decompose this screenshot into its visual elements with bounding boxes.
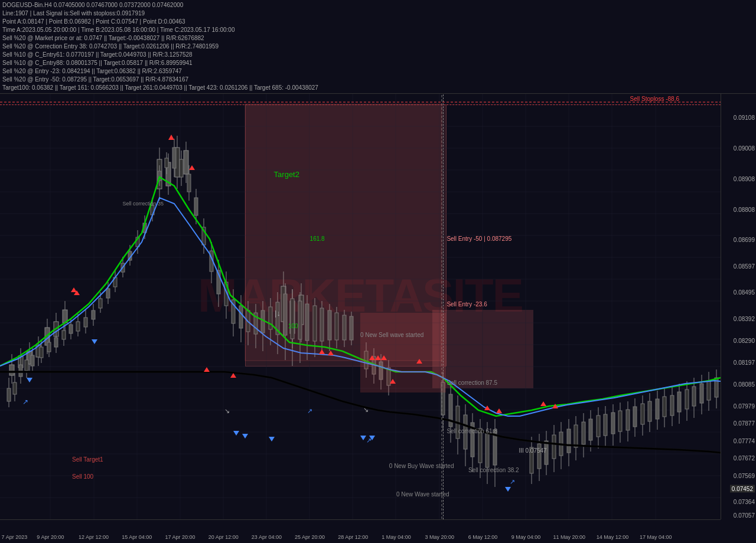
- info-line-7: Sell %10 @ C_Entry61: 0.0770197 || Targe…: [2, 51, 754, 59]
- svg-rect-65: [13, 382, 17, 394]
- svg-rect-73: [40, 347, 43, 358]
- y-label-07057: 0.07057: [734, 512, 755, 518]
- svg-text:↘: ↘: [363, 406, 369, 413]
- x-label-apr17: 17 Apr 20:00: [165, 534, 195, 540]
- svg-rect-231: [707, 381, 711, 400]
- x-label-may1: 1 May 04:00: [382, 534, 411, 540]
- svg-rect-77: [54, 338, 58, 347]
- svg-marker-255: [27, 378, 32, 382]
- y-label-08290: 0.08290: [734, 337, 755, 344]
- chart-area: MARKETASITE: [0, 83, 721, 519]
- y-label-08808: 0.08808: [734, 206, 755, 212]
- svg-rect-189: [552, 435, 556, 459]
- svg-text:↗: ↗: [510, 478, 515, 485]
- price-iii-label: III 0.07547: [519, 447, 546, 454]
- svg-rect-237: [360, 313, 446, 392]
- info-bar: DOGEUSD-Bin.H4 0.07405000 0.07467000 0.0…: [0, 0, 756, 94]
- svg-rect-75: [47, 342, 51, 352]
- svg-text:↗: ↗: [366, 437, 372, 444]
- svg-rect-91: [106, 289, 110, 298]
- info-line-5: Sell %20 @ Market price or at: 0.0747 ||…: [2, 34, 754, 42]
- svg-rect-227: [692, 387, 696, 406]
- x-label-apr28: 28 Apr 12:00: [338, 534, 368, 540]
- x-label-apr9: 9 Apr 20:00: [37, 534, 64, 540]
- sell-correction-618-label: Sell correction 61.8: [447, 428, 497, 434]
- sell-entry-50-label: Sell Entry -50 | 0.087295: [447, 235, 511, 242]
- chart-container: DOGEUSD-Bin.H4 0.07405000 0.07467000 0.0…: [0, 0, 756, 543]
- svg-rect-211: [633, 407, 637, 427]
- svg-rect-67: [19, 365, 22, 377]
- svg-rect-81: [69, 325, 73, 333]
- svg-rect-197: [582, 422, 585, 444]
- svg-rect-109: [172, 148, 176, 168]
- svg-rect-195: [574, 425, 578, 447]
- svg-rect-203: [604, 414, 607, 436]
- info-line-8: Sell %10 @ C_Entry88: 0.08001375 || Targ…: [2, 59, 754, 67]
- svg-marker-254: [189, 165, 195, 170]
- svg-marker-259: [269, 437, 275, 441]
- svg-rect-199: [589, 419, 592, 440]
- y-label-09008: 0.09008: [734, 145, 755, 152]
- svg-rect-229: [700, 384, 703, 403]
- x-label-may11: 11 May 20:00: [553, 534, 586, 540]
- y-label-08085: 0.08085: [734, 381, 755, 387]
- svg-rect-205: [611, 413, 615, 434]
- level-100-label: 100: [288, 323, 298, 329]
- svg-rect-115: [194, 198, 198, 215]
- y-label-08197: 0.08197: [734, 359, 755, 365]
- x-label-may17: 17 May 04:00: [640, 534, 672, 540]
- x-label-may9: 9 May 04:00: [511, 534, 541, 540]
- y-label-08392: 0.08392: [734, 315, 755, 322]
- info-line-3: Point A:0.08147 | Point B:0.06982 | Poin…: [2, 18, 754, 26]
- y-label-08699: 0.08699: [734, 237, 755, 243]
- sell-entry-23-label: Sell Entry -23.6: [447, 301, 487, 308]
- info-line-9: Sell %20 @ Entry -23: 0.0842194 || Targe…: [2, 67, 754, 76]
- svg-rect-107: [165, 158, 168, 168]
- svg-rect-111: [180, 159, 183, 177]
- info-line-2: Line:1907 | Last Signal is:Sell with sto…: [2, 9, 754, 18]
- y-label-07569: 0.07569: [734, 473, 755, 479]
- new-sell-wave-label: 0 New Sell wave started: [360, 332, 423, 338]
- sell-correction-small-label: Sell correction 35: [122, 201, 164, 207]
- sell-stoploss-label: Sell Stoploss -88.6: [630, 96, 679, 102]
- svg-marker-257: [233, 431, 239, 436]
- info-line-6: Sell %20 @ Correction Entry 38: 0.074270…: [2, 42, 754, 51]
- sell-correction-382-label: Sell correction 38.2: [468, 467, 519, 473]
- svg-rect-179: [485, 432, 489, 467]
- x-axis: 7 Apr 2023 9 Apr 20:00 12 Apr 12:00 15 A…: [0, 519, 721, 543]
- svg-rect-223: [677, 392, 681, 412]
- y-label-07462-highlight: 0.07452: [730, 485, 755, 493]
- info-line-11: Target100: 0.06382 || Target 161: 0.0566…: [2, 84, 754, 92]
- svg-rect-79: [62, 331, 66, 339]
- svg-rect-225: [685, 390, 689, 409]
- info-line-10: Sell %20 @ Entry -50: 0.087295 || Target…: [2, 76, 754, 84]
- new-buy-wave-label: 0 New Buy Wave started: [389, 463, 454, 469]
- svg-text:↗: ↗: [307, 407, 312, 414]
- x-label-apr25: 25 Apr 20:00: [295, 534, 325, 540]
- svg-marker-253: [168, 135, 174, 140]
- svg-rect-113: [187, 174, 191, 192]
- y-axis: 0.09179 0.09108 0.09008 0.08908 0.08808 …: [721, 83, 756, 519]
- x-label-apr15: 15 Apr 04:00: [122, 534, 152, 540]
- svg-marker-250: [496, 408, 502, 413]
- svg-rect-219: [663, 397, 666, 417]
- svg-marker-240: [204, 367, 210, 372]
- svg-rect-69: [25, 360, 28, 371]
- y-label-08597: 0.08597: [734, 263, 755, 269]
- svg-rect-89: [99, 299, 102, 308]
- y-label-07672: 0.07672: [734, 455, 755, 462]
- svg-rect-35: [9, 365, 14, 375]
- x-label-may6: 6 May 12:00: [468, 534, 498, 540]
- y-label-09108: 0.09108: [734, 115, 755, 121]
- svg-rect-213: [641, 404, 644, 424]
- svg-marker-258: [242, 434, 248, 439]
- svg-marker-270: [505, 487, 511, 492]
- svg-rect-85: [84, 318, 87, 327]
- y-label-07877: 0.07877: [734, 420, 755, 427]
- svg-text:↗: ↗: [22, 398, 28, 406]
- svg-text:↘: ↘: [224, 407, 230, 414]
- x-label-apr20: 20 Apr 12:00: [208, 534, 239, 540]
- chart-svg: ↗ ↗ ↗ ↗ ↘ ↘ |↓: [0, 83, 721, 519]
- y-label-08495: 0.08495: [734, 289, 755, 296]
- target2-label: Target2: [274, 170, 299, 179]
